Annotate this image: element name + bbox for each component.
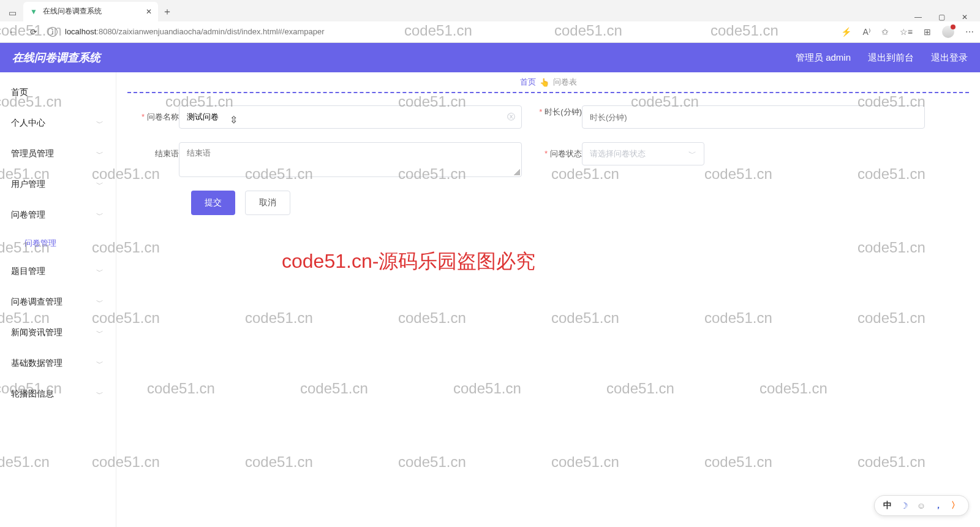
duration-input[interactable] (582, 105, 925, 129)
app-title: 在线问卷调查系统 (12, 50, 100, 65)
end-textarea[interactable] (179, 142, 522, 177)
name-label: *问卷名称 (131, 105, 179, 123)
end-label: 结束语 (131, 142, 179, 159)
star-outline-icon[interactable]: ✩ (881, 27, 889, 37)
breadcrumb-current: 问卷表 (553, 77, 577, 88)
ime-lang[interactable]: 中 (883, 500, 892, 511)
main-content: 首页 👆 问卷表 *问卷名称 ⓧ *时长(分钟) 结束语 (116, 72, 980, 527)
chevron-down-icon: ﹀ (96, 389, 104, 400)
chevron-down-icon: ﹀ (96, 358, 104, 369)
ime-toolbar[interactable]: 中 ☽ ☺ ， 〉 (874, 495, 969, 516)
sidebar-item-survey[interactable]: 问卷管理﹀ (0, 200, 116, 230)
submit-button[interactable]: 提交 (191, 191, 235, 215)
chevron-down-icon: ﹀ (96, 149, 104, 159)
smile-icon[interactable]: ☺ (917, 501, 925, 510)
breadcrumb: 首页 👆 问卷表 (116, 72, 980, 92)
site-info-icon[interactable]: i (48, 27, 58, 37)
sidebar-item-users[interactable]: 用户管理﹀ (0, 169, 116, 200)
sidebar-item-profile[interactable]: 个人中心﹀ (0, 108, 116, 138)
pointing-hand-icon: 👆 (540, 78, 549, 87)
tab-title: 在线问卷调查系统 (43, 6, 102, 17)
chevron-down-icon: ﹀ (96, 118, 104, 129)
browser-toolbar: ← ⟳ i localhost:8080/zaixianwenjuandiaoc… (0, 21, 980, 43)
chevron-down-icon: ﹀ (96, 180, 104, 190)
duration-label: *时长(分钟) (534, 105, 582, 118)
tab-bar: ▭ ▼ 在线问卷调查系统 ✕ ＋ ― ▢ ✕ (0, 0, 980, 21)
minimize-icon[interactable]: ― (914, 13, 922, 21)
chevron-down-icon: ﹀ (96, 328, 104, 338)
sidebar-item-admin[interactable]: 管理员管理﹀ (0, 138, 116, 169)
sidebar-item-basedata[interactable]: 基础数据管理﹀ (0, 348, 116, 379)
sidebar-subitem-survey-manage[interactable]: 问卷管理 (0, 230, 116, 256)
browser-chrome: ▭ ▼ 在线问卷调查系统 ✕ ＋ ― ▢ ✕ ← ⟳ i localhost:8… (0, 0, 980, 43)
sidebar-item-survey-investigate[interactable]: 问卷调查管理﹀ (0, 287, 116, 317)
maximize-icon[interactable]: ▢ (937, 13, 946, 21)
app-header: 在线问卷调查系统 管理员 admin 退出到前台 退出登录 (0, 43, 980, 72)
close-tab-icon[interactable]: ✕ (146, 7, 152, 16)
vue-favicon-icon: ▼ (29, 7, 38, 16)
read-aloud-icon[interactable]: A⁾ (862, 27, 870, 37)
dashed-separator (127, 92, 969, 93)
refresh-icon[interactable]: ⟳ (27, 27, 40, 37)
profile-avatar-icon[interactable] (942, 26, 954, 38)
comma-icon[interactable]: ， (934, 500, 943, 511)
wand-icon[interactable]: ⚡ (841, 27, 851, 37)
survey-form: *问卷名称 ⓧ *时长(分钟) 结束语 *问卷状态 (116, 105, 980, 215)
sidebar-item-carousel[interactable]: 轮播图信息﹀ (0, 379, 116, 409)
favorites-icon[interactable]: ☆≡ (900, 27, 913, 37)
to-front-link[interactable]: 退出到前台 (868, 52, 914, 64)
address-bar[interactable]: localhost:8080/zaixianwenjuandiaocha/adm… (65, 27, 325, 36)
browser-tab[interactable]: ▼ 在线问卷调查系统 ✕ (23, 2, 158, 21)
name-input-field[interactable] (187, 113, 514, 122)
status-select[interactable]: 请选择问卷状态 ﹀ (582, 142, 704, 165)
collections-icon[interactable]: ⊞ (924, 27, 931, 37)
chevron-down-icon: ﹀ (688, 148, 696, 159)
current-user[interactable]: 管理员 admin (796, 52, 851, 64)
tabs-icon[interactable]: ▭ (4, 4, 21, 21)
sidebar-item-question[interactable]: 题目管理﹀ (0, 256, 116, 287)
name-input[interactable]: ⓧ (179, 105, 522, 129)
close-window-icon[interactable]: ✕ (960, 13, 969, 21)
chevron-down-icon: ﹀ (96, 297, 104, 308)
window-controls: ― ▢ ✕ (914, 13, 980, 21)
back-icon[interactable]: ← (6, 27, 20, 37)
end-textarea-field[interactable] (187, 148, 514, 170)
sidebar: 首页 个人中心﹀ 管理员管理﹀ 用户管理﹀ 问卷管理﹀ 问卷管理 题目管理﹀ 问… (0, 72, 116, 527)
moon-icon[interactable]: ☽ (900, 501, 908, 510)
sidebar-item-home[interactable]: 首页 (0, 77, 116, 108)
clear-icon[interactable]: ⓧ (507, 112, 515, 123)
sidebar-item-news[interactable]: 新闻资讯管理﹀ (0, 317, 116, 348)
more-icon[interactable]: ⋯ (965, 27, 974, 37)
chevron-down-icon: ﹀ (96, 267, 104, 277)
logout-link[interactable]: 退出登录 (931, 52, 968, 64)
duration-input-field[interactable] (590, 113, 917, 122)
new-tab-button[interactable]: ＋ (158, 3, 176, 21)
chevron-right-icon[interactable]: 〉 (951, 500, 960, 511)
status-placeholder: 请选择问卷状态 (590, 148, 646, 159)
breadcrumb-home[interactable]: 首页 (520, 77, 536, 88)
chevron-down-icon: ﹀ (96, 210, 104, 221)
cancel-button[interactable]: 取消 (245, 191, 290, 215)
status-label: *问卷状态 (534, 142, 582, 159)
